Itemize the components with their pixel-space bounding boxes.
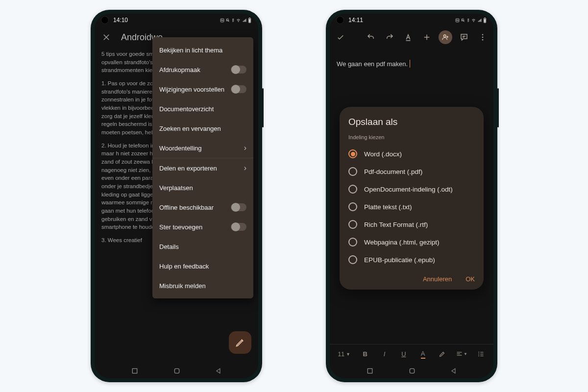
format-toolbar: 11▼ B I U A ▼: [330, 344, 493, 364]
svg-rect-21: [368, 368, 372, 373]
home-icon[interactable]: [173, 367, 181, 375]
comment-icon[interactable]: [457, 30, 471, 44]
option-html[interactable]: Webpagina (.html, gezipt): [348, 233, 475, 251]
svg-rect-6: [132, 368, 137, 373]
home-icon[interactable]: [408, 367, 416, 375]
svg-point-18: [478, 352, 479, 353]
status-bar: 14:10: [95, 14, 258, 26]
highlight-button[interactable]: [434, 344, 451, 364]
ok-button[interactable]: OK: [466, 275, 475, 283]
underline-button[interactable]: U: [395, 344, 412, 364]
recents-icon[interactable]: [366, 367, 374, 375]
editor-toolbar: [330, 26, 493, 48]
menu-document-outline[interactable]: Documentoverzicht: [152, 99, 253, 119]
toggle-icon[interactable]: [231, 66, 246, 74]
option-txt[interactable]: Platte tekst (.txt): [348, 198, 475, 216]
camera-punch-hole: [337, 17, 343, 24]
menu-suggest-changes[interactable]: Wijzigingen voorstellen: [152, 79, 253, 99]
text-caret: [410, 60, 410, 68]
option-pdf[interactable]: Pdf-document (.pdf): [348, 163, 475, 180]
bold-button[interactable]: B: [356, 344, 373, 364]
radio-icon: [348, 167, 357, 176]
menu-star[interactable]: Ster toevoegen: [152, 217, 253, 237]
italic-button[interactable]: I: [376, 344, 393, 364]
svg-rect-7: [174, 368, 179, 373]
toggle-icon[interactable]: [231, 85, 246, 93]
menu-report-abuse[interactable]: Misbruik melden: [152, 276, 253, 295]
share-person-icon[interactable]: [439, 30, 452, 44]
text-color-button[interactable]: A: [415, 344, 432, 364]
bluetooth-icon: [466, 18, 470, 23]
svg-rect-4: [249, 18, 250, 18]
radio-icon: [348, 220, 357, 229]
menu-find-replace[interactable]: Zoeken en vervangen: [152, 119, 253, 138]
list-button[interactable]: [472, 344, 490, 364]
svg-rect-22: [410, 368, 414, 373]
align-button[interactable]: ▼: [453, 344, 470, 364]
menu-help-feedback[interactable]: Hulp en feedback: [152, 256, 253, 276]
undo-icon[interactable]: [364, 30, 378, 44]
status-icons: [220, 18, 251, 23]
bluetooth-icon: [231, 18, 235, 23]
back-icon[interactable]: [215, 368, 222, 374]
editor-text: We gaan een pdf maken.: [337, 60, 408, 68]
option-rtf[interactable]: Rich Text Format (.rtf): [348, 216, 475, 233]
mute-icon: [225, 18, 230, 23]
edit-fab[interactable]: [229, 331, 251, 354]
svg-point-15: [482, 34, 484, 35]
option-epub[interactable]: EPUB-publicatie (.epub): [348, 251, 475, 269]
option-word[interactable]: Word (.docx): [348, 145, 475, 163]
editor-content[interactable]: We gaan een pdf maken.: [330, 48, 493, 68]
radio-selected-icon: [348, 149, 357, 158]
status-clock: 14:11: [348, 17, 363, 24]
svg-rect-12: [484, 18, 485, 18]
option-odt[interactable]: OpenDocument-indeling (.odt): [348, 180, 475, 198]
dialog-subtitle: Indeling kiezen: [348, 134, 475, 140]
menu-print-layout[interactable]: Afdrukopmaak: [152, 60, 253, 79]
radio-icon: [348, 238, 357, 246]
menu-share-export[interactable]: Delen en exporteren›: [152, 158, 253, 178]
pencil-icon: [235, 338, 245, 347]
toggle-icon[interactable]: [231, 223, 246, 231]
svg-rect-5: [249, 19, 250, 22]
chevron-right-icon: ›: [244, 144, 246, 152]
radio-icon: [348, 202, 357, 211]
bullet-list-icon: [477, 350, 485, 358]
font-size-stepper[interactable]: 11▼: [334, 344, 354, 364]
svg-point-19: [478, 354, 479, 355]
radio-icon: [348, 185, 357, 194]
close-icon[interactable]: [99, 30, 113, 44]
svg-point-20: [478, 355, 479, 356]
phone-left: 14:10 Androidwo 5 tips voor goede sma. K…: [91, 10, 262, 382]
save-as-dialog: Opslaan als Indeling kiezen Word (.docx)…: [340, 107, 484, 290]
nfc-icon: [220, 18, 224, 23]
back-icon[interactable]: [450, 368, 457, 374]
status-bar: 14:11: [330, 14, 493, 26]
insert-icon[interactable]: [420, 30, 434, 44]
svg-point-17: [482, 39, 484, 41]
toggle-icon[interactable]: [231, 203, 246, 211]
status-icons: [455, 18, 487, 23]
status-clock: 14:10: [113, 17, 128, 24]
highlighter-icon: [439, 350, 446, 358]
screen-left: 14:10 Androidwo 5 tips voor goede sma. K…: [95, 14, 258, 378]
radio-icon: [348, 255, 357, 264]
menu-offline[interactable]: Offline beschikbaar: [152, 197, 253, 217]
more-icon[interactable]: [476, 30, 490, 44]
text-format-icon[interactable]: [401, 30, 415, 44]
battery-icon: [483, 18, 487, 23]
menu-word-count[interactable]: Woordentelling›: [152, 138, 253, 158]
done-icon[interactable]: [334, 30, 347, 44]
chevron-down-icon: ▼: [346, 352, 350, 357]
svg-point-10: [473, 21, 474, 22]
menu-details[interactable]: Details: [152, 237, 253, 256]
svg-point-2: [238, 21, 239, 22]
redo-icon[interactable]: [383, 30, 396, 44]
nav-bar: [330, 364, 493, 378]
menu-move[interactable]: Verplaatsen: [152, 178, 253, 197]
battery-icon: [248, 18, 251, 23]
nfc-icon: [455, 18, 460, 23]
menu-view-light-theme[interactable]: Bekijken in licht thema: [152, 40, 253, 60]
cancel-button[interactable]: Annuleren: [423, 275, 452, 283]
recents-icon[interactable]: [131, 367, 139, 375]
